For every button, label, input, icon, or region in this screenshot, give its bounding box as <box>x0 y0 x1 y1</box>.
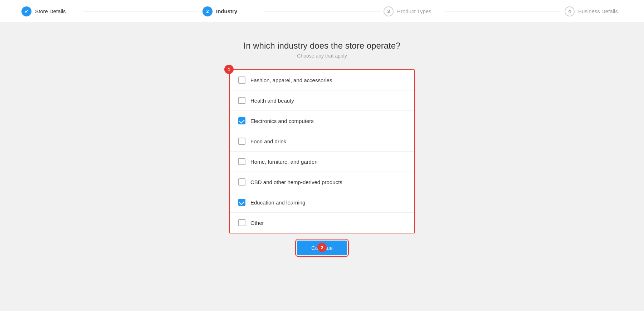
industry-row-health[interactable]: Health and beauty <box>230 90 414 111</box>
industry-list: Fashion, apparel, and accessoriesHealth … <box>229 69 415 233</box>
checkbox-education[interactable] <box>238 199 245 206</box>
step-2-label: Industry <box>216 8 237 14</box>
checkbox-other[interactable] <box>238 219 245 226</box>
industry-row-electronics[interactable]: Electronics and computers <box>230 111 414 131</box>
annotation-badge-1: 1 <box>224 65 234 74</box>
step-divider-2 <box>264 11 380 11</box>
step-4-label: Business Details <box>578 8 618 14</box>
label-education: Education and learning <box>250 199 305 206</box>
checkbox-cbd[interactable] <box>238 178 245 186</box>
label-other: Other <box>250 220 264 226</box>
checkbox-health[interactable] <box>238 97 245 104</box>
checkbox-food[interactable] <box>238 138 245 145</box>
step-4-circle: 4 <box>565 6 575 16</box>
industry-row-food[interactable]: Food and drink <box>230 131 414 152</box>
industry-row-cbd[interactable]: CBD and other hemp-derived products <box>230 172 414 192</box>
label-food: Food and drink <box>250 138 286 144</box>
step-industry: 2 Industry <box>203 6 260 16</box>
industry-card-wrapper: 1 Fashion, apparel, and accessoriesHealt… <box>229 69 415 233</box>
checkbox-fashion[interactable] <box>238 76 245 84</box>
step-divider-1 <box>83 11 199 11</box>
main-content: In which industry does the store operate… <box>0 23 644 255</box>
label-cbd: CBD and other hemp-derived products <box>250 179 342 185</box>
step-divider-3 <box>445 11 561 11</box>
industry-row-other[interactable]: Other <box>230 213 414 233</box>
industry-row-fashion[interactable]: Fashion, apparel, and accessories <box>230 70 414 90</box>
step-3-circle: 3 <box>384 6 394 16</box>
step-business-details: 4 Business Details <box>565 6 623 16</box>
label-home: Home, furniture, and garden <box>250 159 318 165</box>
step-1-label: Store Details <box>35 8 66 14</box>
label-electronics: Electronics and computers <box>250 118 314 124</box>
industry-row-home[interactable]: Home, furniture, and garden <box>230 152 414 172</box>
page-subtitle: Choose any that apply <box>297 53 347 59</box>
step-store-details: ✓ Store Details <box>21 6 79 16</box>
step-3-label: Product Types <box>397 8 431 14</box>
checkbox-electronics[interactable] <box>238 117 245 124</box>
label-health: Health and beauty <box>250 98 294 104</box>
label-fashion: Fashion, apparel, and accessories <box>250 77 332 83</box>
stepper: ✓ Store Details 2 Industry 3 Product Typ… <box>0 0 644 23</box>
industry-row-education[interactable]: Education and learning <box>230 192 414 213</box>
step-2-circle: 2 <box>203 6 213 16</box>
step-1-circle: ✓ <box>21 6 31 16</box>
page-title: In which industry does the store operate… <box>244 41 401 51</box>
step-product-types: 3 Product Types <box>384 6 441 16</box>
annotation-badge-2: 2 <box>317 243 327 252</box>
checkbox-home[interactable] <box>238 158 245 165</box>
